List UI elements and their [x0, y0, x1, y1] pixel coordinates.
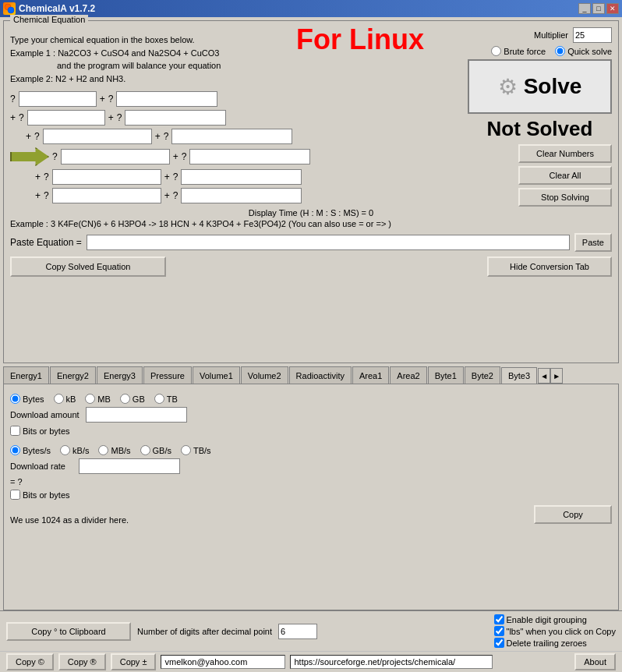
copy-to-clipboard-button[interactable]: Copy ° to Clipboard	[6, 622, 131, 641]
tab-byte1[interactable]: Byte1	[428, 366, 464, 384]
lbs-when-copy-checkbox[interactable]	[494, 626, 504, 636]
multiplier-input[interactable]	[573, 27, 612, 43]
tbs-radio-label[interactable]: TB/s	[181, 445, 211, 455]
lbs-when-copy-row: "lbs" when you click on Copy	[494, 626, 617, 636]
tab-byte3[interactable]: Byte3	[501, 367, 537, 384]
gb-radio-label[interactable]: GB	[120, 394, 145, 404]
mbs-radio[interactable]	[98, 445, 108, 455]
eq-input-1b[interactable]	[116, 91, 217, 107]
bits-bytes-checkbox-1[interactable]	[10, 426, 20, 436]
tb-radio[interactable]	[154, 394, 164, 404]
tab-energy2[interactable]: Energy2	[50, 366, 96, 384]
paste-equation-label: Paste Equation =	[10, 237, 82, 248]
tb-radio-label[interactable]: TB	[154, 394, 178, 404]
quick-solve-label[interactable]: Quick solve	[555, 46, 612, 56]
equals-label: = ?	[10, 477, 72, 486]
gb-radio[interactable]	[120, 394, 130, 404]
bytes-radio-label[interactable]: Bytes	[10, 394, 44, 404]
tab-volume1[interactable]: Volume1	[193, 366, 240, 384]
eq-input-6a[interactable]	[52, 188, 161, 203]
bottom-row1: Copy ° to Clipboard Number of digits aft…	[0, 611, 622, 651]
eq-input-2b[interactable]	[125, 110, 226, 126]
kbs-radio[interactable]	[60, 445, 70, 455]
copy-solved-equation-button[interactable]: Copy Solved Equation	[10, 256, 166, 277]
eq-input-3b[interactable]	[171, 129, 292, 144]
label-q5: ?	[34, 131, 40, 142]
label-q8: ?	[182, 151, 187, 162]
copy-button[interactable]: Copy	[534, 505, 612, 524]
byte3-content: Bytes kB MB GB TB Download amount	[3, 384, 619, 610]
eq-input-2a[interactable]	[27, 110, 105, 126]
copy-deg-button[interactable]: Copy ©	[6, 653, 54, 670]
eq-input-3a[interactable]	[43, 129, 152, 144]
copy-reg-button[interactable]: Copy ®	[58, 653, 106, 670]
arrow-button[interactable]	[10, 147, 49, 166]
download-rate-row: Download rate	[10, 458, 612, 474]
brute-force-radio[interactable]	[491, 46, 501, 56]
equals-row: = ?	[10, 477, 612, 486]
tab-area2[interactable]: Area2	[390, 366, 426, 384]
minimize-button[interactable]: _	[578, 3, 591, 14]
eq-input-5a[interactable]	[52, 169, 161, 185]
gbs-radio-label[interactable]: GB/s	[140, 445, 171, 455]
tab-byte2[interactable]: Byte2	[465, 366, 500, 384]
tab-volume2[interactable]: Volume2	[241, 366, 288, 384]
kbs-radio-label[interactable]: kB/s	[60, 445, 89, 455]
close-button[interactable]: ✕	[606, 3, 619, 14]
email-field: vmelkon@yahoo.com	[161, 655, 285, 669]
paste-button[interactable]: Paste	[574, 233, 612, 252]
gbs-radio[interactable]	[140, 445, 150, 455]
tabs-bar: Energy1 Energy2 Energy3 Pressure Volume1…	[3, 366, 619, 384]
info-text: We use 1024 as a divider here.	[10, 515, 612, 525]
label-q7: ?	[52, 151, 58, 162]
eq-input-4a[interactable]	[61, 149, 170, 164]
brute-force-label[interactable]: Brute force	[491, 46, 546, 56]
main-content: For Linux Chemical Equation Type your ch…	[0, 17, 622, 614]
download-rate-input[interactable]	[79, 458, 180, 474]
kb-radio-label[interactable]: kB	[54, 394, 76, 404]
mbs-radio-label[interactable]: MB/s	[98, 445, 130, 455]
bits-bytes-checkbox-2[interactable]	[10, 490, 20, 500]
download-amount-row: Download amount	[10, 407, 612, 423]
tab-next-button[interactable]: ►	[550, 368, 563, 384]
plus-7: +	[35, 172, 41, 182]
plus-1: +	[100, 94, 105, 104]
tab-prev-button[interactable]: ◄	[538, 368, 550, 384]
tab-energy1[interactable]: Energy1	[3, 366, 49, 384]
eq-input-5b[interactable]	[181, 169, 302, 185]
tbs-radio[interactable]	[181, 445, 191, 455]
mb-radio[interactable]	[85, 394, 95, 404]
tab-radioactivity[interactable]: Radioactivity	[289, 366, 352, 384]
about-button[interactable]: About	[574, 653, 616, 670]
enable-digit-grouping-checkbox[interactable]	[494, 614, 504, 624]
bytes-radio[interactable]	[10, 394, 20, 404]
maximize-button[interactable]: □	[592, 3, 605, 14]
paste-equation-input[interactable]	[87, 235, 570, 250]
bytes-s-radio-label[interactable]: Bytes/s	[10, 445, 51, 455]
download-amount-input[interactable]	[86, 407, 187, 423]
quick-solve-radio[interactable]	[555, 46, 565, 56]
eq-row-2: + ? + ?	[10, 110, 612, 126]
eq-row-6: + ? + ?	[10, 188, 612, 203]
mb-radio-label[interactable]: MB	[85, 394, 111, 404]
kb-radio[interactable]	[54, 394, 64, 404]
tab-pressure[interactable]: Pressure	[143, 366, 192, 384]
copy-plus-minus-button[interactable]: Copy ±	[111, 653, 157, 670]
label-q2: ?	[108, 94, 114, 104]
hide-conversion-tab-button[interactable]: Hide Conversion Tab	[487, 256, 612, 277]
display-time-text: Display Time (H : M : S : MS) = 0	[249, 208, 373, 218]
svg-point-1	[8, 7, 14, 13]
eq-input-6b[interactable]	[181, 188, 302, 203]
eq-input-1a[interactable]	[19, 91, 97, 107]
tab-area1[interactable]: Area1	[352, 366, 389, 384]
bottom-btn-row: Copy Solved Equation Hide Conversion Tab	[10, 256, 612, 277]
delete-trailing-zeroes-checkbox[interactable]	[494, 638, 504, 648]
bits-bytes-label-1: Bits or bytes	[23, 426, 70, 436]
eq-input-4b[interactable]	[189, 149, 310, 164]
download-amount-label: Download amount	[10, 410, 80, 419]
bytes-s-radio[interactable]	[10, 445, 20, 455]
eq-row-4: ? + ?	[10, 147, 612, 166]
tab-energy3[interactable]: Energy3	[97, 366, 143, 384]
plus-4: +	[26, 131, 31, 142]
digits-input[interactable]	[278, 624, 317, 639]
